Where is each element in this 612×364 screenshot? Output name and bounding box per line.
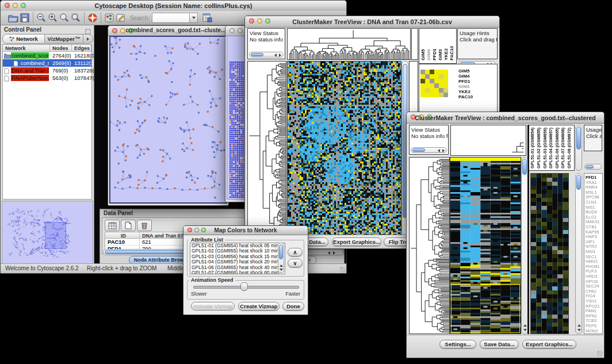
scrollbar-thumb[interactable] [522, 159, 527, 175]
tv1-heatmap-panel[interactable] [287, 61, 401, 235]
column-label: GIM3 [438, 30, 443, 60]
tab-network[interactable]: Network [3, 35, 45, 43]
tab-overflow-button[interactable] [83, 35, 93, 43]
network-tree-row[interactable]: DNA and Tran 07769(0)183728(0) [3, 67, 91, 74]
animation-speed-group: Animation Speed Slower Faster [187, 280, 304, 300]
scrollbar-thumb[interactable] [586, 165, 594, 168]
tv2-gene-dendrogram-panel[interactable] [409, 157, 450, 334]
scrollbar-thumb[interactable] [279, 244, 283, 259]
dialog-title-bar[interactable]: Map Colors to Network [183, 226, 308, 235]
scroll-up-icon[interactable] [577, 324, 581, 327]
scroll-right-icon[interactable] [333, 251, 335, 255]
col-header[interactable]: ID [105, 232, 140, 239]
tv2-status-scrollbar[interactable] [411, 147, 447, 153]
tv-button-export-graphics[interactable]: Export Graphics... [522, 340, 576, 348]
close-button[interactable] [230, 28, 235, 33]
tv2-gene-dendrogram[interactable] [410, 158, 449, 334]
scrollbar-thumb[interactable] [576, 127, 581, 150]
resize-grip[interactable] [597, 351, 603, 357]
network-tree-row[interactable]: combined_sco2569(6)13112(15) [3, 59, 91, 67]
create-vizmap-button[interactable]: Create Vizmap [238, 302, 280, 311]
tv2-array-dendrogram-panel[interactable] [450, 125, 526, 156]
scroll-up-icon[interactable] [280, 265, 283, 267]
tv1-array-dendrogram-panel[interactable] [287, 28, 411, 60]
scroll-left-icon[interactable] [274, 53, 277, 57]
treeview2-title-bar[interactable]: ClusterMaker TreeView : combined_scores_… [407, 112, 604, 124]
scroll-right-icon[interactable] [279, 53, 281, 57]
scrollbar-thumb[interactable] [412, 148, 425, 152]
tab-vizmapper[interactable]: VizMapper™ [45, 35, 83, 43]
new-attribute-button[interactable] [121, 220, 136, 231]
scroll-down-icon[interactable] [280, 269, 283, 271]
scrollbar-thumb[interactable] [576, 175, 581, 190]
tv2-divider[interactable] [527, 125, 529, 334]
tv-button-export-graphics[interactable]: Export Graphics... [332, 237, 381, 246]
search-input[interactable] [152, 13, 190, 23]
move-up-button[interactable]: ∧ [288, 248, 303, 256]
network-tree-row[interactable]: combined_scores_2764(0)16218(0) [3, 52, 91, 59]
tv1-array-dendrogram[interactable] [288, 29, 410, 59]
vizmap-plugin-icon[interactable] [104, 12, 115, 24]
scrollbar-thumb[interactable] [105, 250, 191, 254]
done-button[interactable]: Done [282, 302, 304, 311]
control-panel-title: Control Panel [4, 26, 41, 33]
save-icon[interactable] [19, 12, 30, 24]
tv2-zoom-heatmap[interactable] [531, 174, 568, 334]
zoom-selected-icon[interactable] [70, 12, 82, 24]
tv2-zoom-scrollbar[interactable] [575, 173, 582, 334]
select-attributes-button[interactable] [105, 220, 120, 231]
resize-grip[interactable] [340, 267, 346, 273]
minimize-button[interactable] [120, 28, 125, 33]
tv-button-save-data[interactable]: Save Data... [480, 340, 519, 348]
main-title-bar[interactable]: Cytoscape Desktop (Session Name: collins… [1, 1, 346, 12]
tv2-global-heatmap[interactable] [450, 158, 521, 334]
tv2-labels-scrollbar[interactable] [575, 125, 582, 171]
scroll-down-icon[interactable] [577, 329, 581, 331]
tv1-global-heatmap[interactable] [288, 62, 401, 235]
open-file-icon[interactable] [7, 12, 19, 24]
usage-hints-title: Usage Hints [458, 29, 497, 36]
network1-canvas[interactable] [110, 37, 226, 202]
scroll-up-icon[interactable] [523, 324, 527, 327]
tv1-gene-dendrogram-panel[interactable] [247, 61, 286, 235]
tv1-zoom-heatmap[interactable] [420, 70, 448, 97]
speed-slider-thumb[interactable] [240, 282, 248, 291]
attribute-list-scrollbar[interactable] [278, 243, 284, 273]
tv2-heatmap-panel[interactable] [450, 157, 521, 334]
tv2-array-dendrogram[interactable] [511, 141, 525, 154]
scroll-left-icon[interactable] [328, 251, 330, 255]
treeview1-title-bar[interactable]: ClusterMaker TreeView : DNA and Tran 07-… [245, 16, 499, 28]
close-button[interactable] [112, 28, 117, 33]
birdseye-canvas[interactable] [2, 201, 93, 263]
tv-button-settings[interactable]: Settings... [439, 340, 476, 348]
folder-icon [4, 53, 11, 59]
scroll-right-icon[interactable] [442, 149, 445, 152]
tv1-gene-dendrogram[interactable] [248, 62, 286, 235]
delete-attribute-button[interactable] [137, 220, 152, 231]
annotation-icon[interactable] [115, 12, 127, 24]
col-header-network[interactable]: Network [3, 45, 50, 52]
animate-vizmap-button[interactable]: Animate Vizmap [191, 302, 235, 311]
scroll-left-icon[interactable] [438, 149, 440, 152]
tv1-status-scrollbar[interactable] [249, 52, 284, 58]
search-dropdown-button[interactable] [190, 13, 198, 23]
col-header-nodes[interactable]: Nodes [50, 45, 72, 52]
zoom-fit-icon[interactable] [59, 12, 70, 24]
birdseye-view[interactable] [2, 201, 93, 264]
help-lifering-icon[interactable] [87, 12, 98, 24]
scrollbar-thumb[interactable] [251, 53, 263, 56]
network1-title-bar[interactable]: combined_scores_good.txt--cluste... [108, 26, 228, 36]
move-down-button[interactable]: ∨ [288, 259, 303, 267]
scroll-down-icon[interactable] [523, 329, 527, 331]
network1-view[interactable] [109, 36, 227, 204]
col-header-edges[interactable]: Edges [72, 45, 91, 52]
minimize-button[interactable] [238, 28, 243, 33]
tv2-zoom-panel[interactable] [530, 173, 569, 334]
zoom-in-icon[interactable] [47, 12, 59, 24]
network-tree-row[interactable]: RNAPuberNov2+|563(0)107847(0) [3, 74, 91, 82]
attribute-list-item[interactable]: GPL51-07 (GSM868) heat shock 60 min [190, 270, 285, 274]
attribute-list[interactable]: GPL51-01 (GSM854) heat shock 05 minGPL51… [190, 243, 285, 274]
attribute-browser-icon[interactable] [201, 12, 213, 24]
tv2-hints-scrollbar[interactable] [584, 164, 602, 170]
zoom-out-icon[interactable] [36, 12, 47, 24]
